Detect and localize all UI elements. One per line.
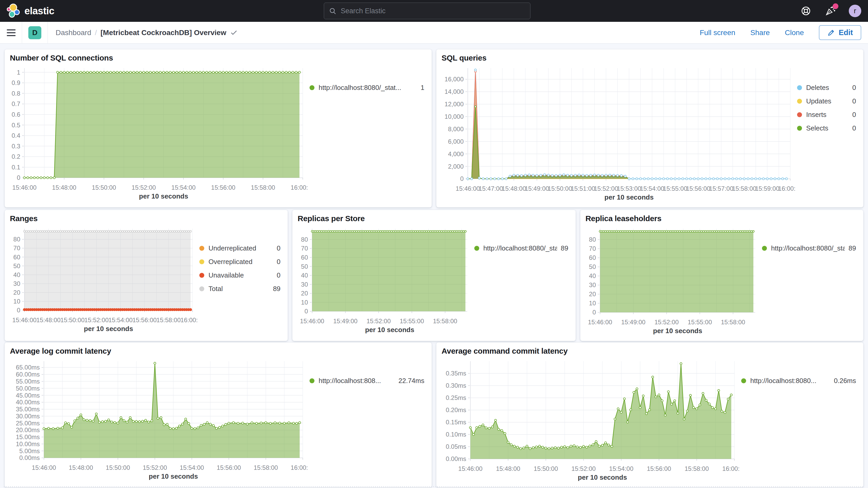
newsfeed-button[interactable] bbox=[824, 5, 836, 17]
svg-text:14,000: 14,000 bbox=[445, 88, 464, 95]
svg-text:15:52:00: 15:52:00 bbox=[594, 185, 618, 192]
legend-item[interactable]: Total89 bbox=[199, 285, 280, 293]
svg-text:0.05ms: 0.05ms bbox=[446, 443, 466, 450]
global-header: elastic r bbox=[0, 0, 868, 22]
check-icon[interactable] bbox=[230, 29, 238, 37]
svg-text:15:48:00: 15:48:00 bbox=[502, 185, 526, 192]
svg-text:15:48:00: 15:48:00 bbox=[36, 316, 61, 324]
svg-text:0.5: 0.5 bbox=[12, 122, 20, 129]
svg-text:0.30ms: 0.30ms bbox=[446, 382, 466, 389]
svg-text:15:57:00: 15:57:00 bbox=[709, 185, 733, 192]
chart-legend: http://localhost:8080/_sta...89 bbox=[761, 224, 859, 337]
svg-text:16:00:00: 16:00:00 bbox=[778, 185, 796, 192]
svg-text:5.00ms: 5.00ms bbox=[19, 448, 40, 455]
panel-title: Replicas per Store bbox=[298, 214, 571, 223]
legend-item[interactable]: http://localhost:8080/_sta...89 bbox=[474, 244, 568, 252]
svg-text:20.00ms: 20.00ms bbox=[16, 426, 40, 433]
legend-item[interactable]: Selects0 bbox=[797, 124, 856, 132]
chart-ranges[interactable]: 8070605040302010015:46:0015:48:0015:50:0… bbox=[9, 224, 198, 337]
svg-text:0.4: 0.4 bbox=[12, 132, 20, 139]
svg-text:4,000: 4,000 bbox=[448, 150, 464, 157]
panel-title: Number of SQL connections bbox=[10, 54, 428, 62]
svg-text:25.00ms: 25.00ms bbox=[16, 420, 40, 427]
svg-text:8,000: 8,000 bbox=[448, 125, 464, 132]
svg-text:0: 0 bbox=[460, 175, 464, 182]
svg-text:60.00ms: 60.00ms bbox=[16, 371, 40, 378]
panel-title: Ranges bbox=[10, 214, 283, 223]
svg-text:15:58:00: 15:58:00 bbox=[732, 185, 756, 192]
legend-item[interactable]: http://localhost:808...22.74ms bbox=[310, 377, 424, 385]
legend-series-value: 1 bbox=[421, 84, 424, 92]
legend-item[interactable]: Inserts0 bbox=[797, 111, 856, 119]
help-icon bbox=[800, 5, 812, 17]
svg-text:80: 80 bbox=[589, 236, 596, 243]
legend-item[interactable]: Updates0 bbox=[797, 97, 856, 105]
dashboard-toolbar: D Dashboard / [Metricbeat CockroachDB] O… bbox=[0, 22, 868, 44]
chart-sql-queries[interactable]: 16,00014,00012,00010,0008,0006,0004,0002… bbox=[440, 63, 796, 204]
legend-item[interactable]: Unavailable0 bbox=[199, 271, 280, 279]
svg-text:70: 70 bbox=[13, 245, 20, 251]
chart-command-commit-latency[interactable]: 0.35ms0.30ms0.25ms0.20ms0.15ms0.10ms0.05… bbox=[440, 357, 740, 484]
svg-text:15:46:00: 15:46:00 bbox=[12, 316, 36, 324]
chart-sql-connections[interactable]: 10.90.80.70.60.50.40.30.20.1015:46:0015:… bbox=[9, 63, 308, 204]
legend-item[interactable]: Deletes0 bbox=[797, 84, 856, 92]
legend-series-dot bbox=[474, 246, 479, 251]
share-button[interactable]: Share bbox=[750, 29, 770, 37]
legend-series-value: 0 bbox=[852, 84, 856, 92]
clone-button[interactable]: Clone bbox=[785, 29, 804, 37]
svg-text:40.00ms: 40.00ms bbox=[16, 399, 40, 406]
svg-text:0.7: 0.7 bbox=[12, 100, 20, 107]
notification-badge bbox=[833, 3, 838, 9]
breadcrumb-dashboard-link[interactable]: Dashboard bbox=[56, 29, 91, 37]
svg-text:0: 0 bbox=[592, 309, 596, 316]
legend-item[interactable]: http://localhost:8080/_sta...89 bbox=[762, 244, 856, 252]
full-screen-button[interactable]: Full screen bbox=[700, 29, 735, 37]
svg-text:15:59:00: 15:59:00 bbox=[755, 185, 779, 192]
legend-series-value: 0 bbox=[852, 124, 856, 132]
panel-replica-leaseholders: Replica leaseholders 8070605040302010015… bbox=[580, 210, 863, 341]
help-button[interactable] bbox=[800, 5, 812, 17]
space-avatar[interactable]: D bbox=[28, 26, 41, 39]
svg-text:15:56:00: 15:56:00 bbox=[132, 316, 156, 324]
svg-text:15:54:00: 15:54:00 bbox=[108, 316, 132, 324]
svg-text:0.00ms: 0.00ms bbox=[19, 454, 40, 461]
legend-item[interactable]: http://localhost:8080/_stat...1 bbox=[310, 84, 424, 92]
chart-replicas-per-store[interactable]: 8070605040302010015:46:0015:49:0015:52:0… bbox=[297, 224, 472, 337]
chart-legend: http://localhost:8080/_stat...1 bbox=[308, 63, 428, 204]
legend-item[interactable]: Underreplicated0 bbox=[199, 244, 280, 252]
edit-button[interactable]: Edit bbox=[819, 25, 861, 40]
svg-text:16,000: 16,000 bbox=[445, 75, 464, 83]
legend-item[interactable]: http://localhost:8080...0.26ms bbox=[741, 377, 856, 385]
svg-text:15:58:00: 15:58:00 bbox=[684, 465, 709, 472]
svg-text:15:56:00: 15:56:00 bbox=[686, 185, 710, 192]
svg-text:1: 1 bbox=[17, 69, 20, 76]
legend-series-dot bbox=[797, 85, 802, 90]
svg-text:0.8: 0.8 bbox=[12, 90, 20, 97]
legend-series-dot bbox=[797, 99, 802, 104]
breadcrumb-separator: / bbox=[95, 29, 97, 37]
svg-text:0.35ms: 0.35ms bbox=[446, 370, 466, 377]
svg-text:per 10 seconds: per 10 seconds bbox=[365, 326, 414, 334]
chart-log-commit-latency[interactable]: 65.00ms60.00ms55.00ms50.00ms45.00ms40.00… bbox=[9, 357, 308, 484]
menu-button[interactable] bbox=[7, 29, 16, 36]
legend-item[interactable]: Overreplicated0 bbox=[199, 258, 280, 266]
svg-text:0.20ms: 0.20ms bbox=[446, 406, 466, 414]
legend-series-dot bbox=[797, 112, 802, 117]
panel-command-commit-latency: Average command commit latency 0.35ms0.3… bbox=[436, 342, 863, 487]
svg-text:0.9: 0.9 bbox=[12, 79, 20, 86]
svg-text:30.00ms: 30.00ms bbox=[16, 413, 40, 420]
chart-replica-leaseholders[interactable]: 8070605040302010015:46:0015:49:0015:52:0… bbox=[585, 224, 761, 337]
search-input[interactable] bbox=[324, 3, 530, 19]
chart-legend: http://localhost:8080...0.26ms bbox=[740, 357, 859, 484]
breadcrumb: Dashboard / [Metricbeat CockroachDB] Ove… bbox=[56, 29, 238, 37]
avatar[interactable]: r bbox=[849, 5, 861, 17]
legend-series-label: Unavailable bbox=[209, 271, 273, 279]
chart-legend: http://localhost:8080/_sta...89 bbox=[473, 224, 571, 337]
dashboard-viewport: Number of SQL connections 10.90.80.70.60… bbox=[0, 44, 868, 488]
svg-text:16:00:00: 16:00:00 bbox=[290, 184, 308, 191]
elastic-brand[interactable]: elastic bbox=[7, 4, 54, 18]
legend-series-value: 89 bbox=[561, 244, 568, 252]
svg-text:0: 0 bbox=[17, 307, 20, 314]
svg-text:per 10 seconds: per 10 seconds bbox=[139, 192, 188, 200]
svg-text:15:46:00: 15:46:00 bbox=[300, 317, 324, 325]
